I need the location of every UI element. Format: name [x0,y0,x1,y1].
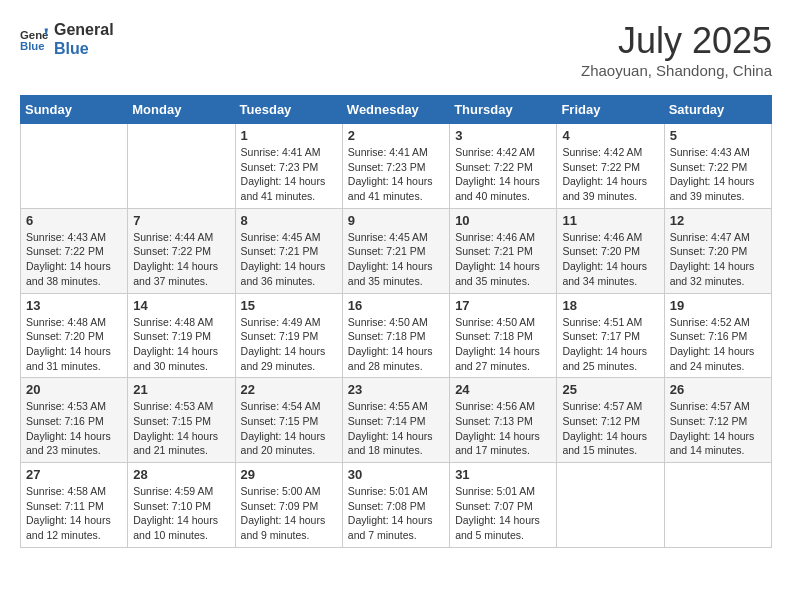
day-info: Sunrise: 4:50 AM Sunset: 7:18 PM Dayligh… [348,315,444,374]
calendar-week-row: 27 Sunrise: 4:58 AM Sunset: 7:11 PM Dayl… [21,463,772,548]
daylight: Daylight: 14 hours and 30 minutes. [133,345,218,372]
sunrise: Sunrise: 4:46 AM [562,231,642,243]
day-info: Sunrise: 4:43 AM Sunset: 7:22 PM Dayligh… [26,230,122,289]
calendar-cell: 25 Sunrise: 4:57 AM Sunset: 7:12 PM Dayl… [557,378,664,463]
day-info: Sunrise: 4:54 AM Sunset: 7:15 PM Dayligh… [241,399,337,458]
day-number: 17 [455,298,551,313]
sunset: Sunset: 7:15 PM [241,415,319,427]
sunrise: Sunrise: 4:57 AM [562,400,642,412]
day-info: Sunrise: 4:45 AM Sunset: 7:21 PM Dayligh… [241,230,337,289]
sunset: Sunset: 7:20 PM [670,245,748,257]
logo: General Blue General Blue [20,20,114,58]
calendar-week-row: 20 Sunrise: 4:53 AM Sunset: 7:16 PM Dayl… [21,378,772,463]
day-number: 15 [241,298,337,313]
day-number: 12 [670,213,766,228]
day-number: 3 [455,128,551,143]
daylight: Daylight: 14 hours and 27 minutes. [455,345,540,372]
sunset: Sunset: 7:18 PM [455,330,533,342]
weekday-header: Tuesday [235,96,342,124]
sunset: Sunset: 7:13 PM [455,415,533,427]
calendar-cell: 29 Sunrise: 5:00 AM Sunset: 7:09 PM Dayl… [235,463,342,548]
day-number: 18 [562,298,658,313]
sunrise: Sunrise: 5:01 AM [455,485,535,497]
day-info: Sunrise: 4:53 AM Sunset: 7:15 PM Dayligh… [133,399,229,458]
day-number: 1 [241,128,337,143]
sunset: Sunset: 7:21 PM [348,245,426,257]
day-info: Sunrise: 5:00 AM Sunset: 7:09 PM Dayligh… [241,484,337,543]
sunset: Sunset: 7:23 PM [348,161,426,173]
day-number: 11 [562,213,658,228]
daylight: Daylight: 14 hours and 5 minutes. [455,514,540,541]
calendar-cell: 19 Sunrise: 4:52 AM Sunset: 7:16 PM Dayl… [664,293,771,378]
sunrise: Sunrise: 5:00 AM [241,485,321,497]
sunrise: Sunrise: 4:45 AM [348,231,428,243]
sunrise: Sunrise: 4:48 AM [26,316,106,328]
daylight: Daylight: 14 hours and 39 minutes. [670,175,755,202]
day-info: Sunrise: 4:57 AM Sunset: 7:12 PM Dayligh… [670,399,766,458]
day-number: 19 [670,298,766,313]
sunset: Sunset: 7:17 PM [562,330,640,342]
daylight: Daylight: 14 hours and 35 minutes. [455,260,540,287]
day-info: Sunrise: 4:46 AM Sunset: 7:21 PM Dayligh… [455,230,551,289]
daylight: Daylight: 14 hours and 41 minutes. [348,175,433,202]
logo-text-general: General [54,20,114,39]
weekday-header: Wednesday [342,96,449,124]
weekday-header: Saturday [664,96,771,124]
weekday-header: Thursday [450,96,557,124]
location: Zhaoyuan, Shandong, China [581,62,772,79]
daylight: Daylight: 14 hours and 12 minutes. [26,514,111,541]
daylight: Daylight: 14 hours and 10 minutes. [133,514,218,541]
sunset: Sunset: 7:22 PM [670,161,748,173]
sunset: Sunset: 7:12 PM [562,415,640,427]
day-info: Sunrise: 4:42 AM Sunset: 7:22 PM Dayligh… [562,145,658,204]
weekday-header: Friday [557,96,664,124]
day-number: 14 [133,298,229,313]
sunrise: Sunrise: 4:53 AM [26,400,106,412]
title-block: July 2025 Zhaoyuan, Shandong, China [581,20,772,79]
day-number: 26 [670,382,766,397]
calendar-cell: 18 Sunrise: 4:51 AM Sunset: 7:17 PM Dayl… [557,293,664,378]
calendar-week-row: 1 Sunrise: 4:41 AM Sunset: 7:23 PM Dayli… [21,124,772,209]
calendar-cell: 13 Sunrise: 4:48 AM Sunset: 7:20 PM Dayl… [21,293,128,378]
calendar-cell [557,463,664,548]
sunset: Sunset: 7:18 PM [348,330,426,342]
sunset: Sunset: 7:08 PM [348,500,426,512]
day-number: 5 [670,128,766,143]
month-title: July 2025 [581,20,772,62]
sunset: Sunset: 7:20 PM [562,245,640,257]
calendar-cell: 14 Sunrise: 4:48 AM Sunset: 7:19 PM Dayl… [128,293,235,378]
daylight: Daylight: 14 hours and 23 minutes. [26,430,111,457]
daylight: Daylight: 14 hours and 9 minutes. [241,514,326,541]
day-info: Sunrise: 4:46 AM Sunset: 7:20 PM Dayligh… [562,230,658,289]
calendar-cell [128,124,235,209]
day-info: Sunrise: 4:59 AM Sunset: 7:10 PM Dayligh… [133,484,229,543]
day-number: 30 [348,467,444,482]
day-info: Sunrise: 4:41 AM Sunset: 7:23 PM Dayligh… [241,145,337,204]
sunrise: Sunrise: 4:47 AM [670,231,750,243]
sunset: Sunset: 7:23 PM [241,161,319,173]
calendar-cell: 30 Sunrise: 5:01 AM Sunset: 7:08 PM Dayl… [342,463,449,548]
daylight: Daylight: 14 hours and 31 minutes. [26,345,111,372]
calendar-cell: 5 Sunrise: 4:43 AM Sunset: 7:22 PM Dayli… [664,124,771,209]
day-info: Sunrise: 4:53 AM Sunset: 7:16 PM Dayligh… [26,399,122,458]
day-number: 7 [133,213,229,228]
calendar-cell: 4 Sunrise: 4:42 AM Sunset: 7:22 PM Dayli… [557,124,664,209]
day-number: 22 [241,382,337,397]
sunrise: Sunrise: 5:01 AM [348,485,428,497]
sunrise: Sunrise: 4:41 AM [241,146,321,158]
sunrise: Sunrise: 4:49 AM [241,316,321,328]
sunrise: Sunrise: 4:44 AM [133,231,213,243]
calendar-cell: 8 Sunrise: 4:45 AM Sunset: 7:21 PM Dayli… [235,208,342,293]
calendar-cell: 23 Sunrise: 4:55 AM Sunset: 7:14 PM Dayl… [342,378,449,463]
daylight: Daylight: 14 hours and 39 minutes. [562,175,647,202]
sunrise: Sunrise: 4:48 AM [133,316,213,328]
day-number: 31 [455,467,551,482]
calendar-cell: 28 Sunrise: 4:59 AM Sunset: 7:10 PM Dayl… [128,463,235,548]
day-number: 20 [26,382,122,397]
day-number: 29 [241,467,337,482]
sunrise: Sunrise: 4:53 AM [133,400,213,412]
day-number: 10 [455,213,551,228]
day-info: Sunrise: 4:56 AM Sunset: 7:13 PM Dayligh… [455,399,551,458]
sunset: Sunset: 7:20 PM [26,330,104,342]
day-info: Sunrise: 4:55 AM Sunset: 7:14 PM Dayligh… [348,399,444,458]
